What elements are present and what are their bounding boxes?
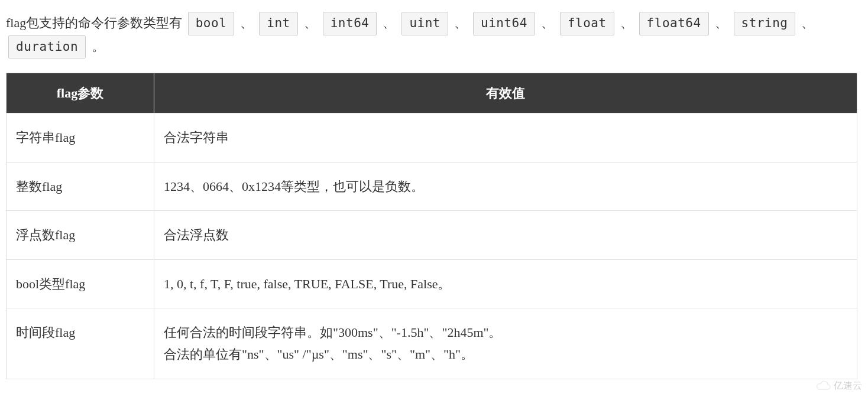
type-code-uint64: uint64: [473, 12, 535, 35]
cell-value: 1234、0664、0x1234等类型，也可以是负数。: [154, 162, 857, 210]
type-code-float: float: [560, 12, 614, 35]
intro-suffix: 。: [92, 39, 105, 54]
type-code-int: int: [259, 12, 297, 35]
type-code-uint: uint: [401, 12, 448, 35]
type-code-float64: float64: [639, 12, 709, 35]
table-row: 浮点数flag合法浮点数: [7, 211, 857, 259]
cell-param: 浮点数flag: [7, 211, 154, 259]
type-code-int64: int64: [323, 12, 377, 35]
table-row: 整数flag1234、0664、0x1234等类型，也可以是负数。: [7, 162, 857, 210]
type-separator: 、: [541, 15, 554, 30]
intro-prefix: flag包支持的命令行参数类型有: [6, 15, 182, 30]
type-separator: 、: [240, 15, 253, 30]
cloud-icon: [816, 380, 831, 391]
type-code-string: string: [734, 12, 796, 35]
type-separator: 、: [801, 15, 814, 30]
cell-value: 1, 0, t, f, T, F, true, false, TRUE, FAL…: [154, 259, 857, 308]
table-row: 字符串flag合法字符串: [7, 113, 857, 162]
cell-param: 时间段flag: [7, 308, 154, 379]
cell-param: 整数flag: [7, 162, 154, 210]
watermark-text: 亿速云: [834, 378, 862, 391]
type-separator: 、: [620, 15, 633, 30]
type-separator: 、: [454, 15, 467, 30]
table-row: bool类型flag1, 0, t, f, T, F, true, false,…: [7, 259, 857, 308]
type-separator: 、: [383, 15, 396, 30]
table-row: 时间段flag任何合法的时间段字符串。如"300ms"、"-1.5h"、"2h4…: [7, 308, 857, 379]
cell-value: 合法浮点数: [154, 211, 857, 259]
type-code-duration: duration: [8, 35, 86, 59]
table-header-param: flag参数: [7, 73, 154, 113]
type-code-bool: bool: [188, 12, 235, 35]
table-header-value: 有效值: [154, 73, 857, 113]
watermark: 亿速云: [816, 378, 862, 391]
intro-paragraph: flag包支持的命令行参数类型有 bool、int、int64、uint、uin…: [6, 12, 862, 58]
type-separator: 、: [715, 15, 728, 30]
cell-value: 合法字符串: [154, 113, 857, 162]
cell-param: 字符串flag: [7, 113, 154, 162]
cell-value: 任何合法的时间段字符串。如"300ms"、"-1.5h"、"2h45m"。合法的…: [154, 308, 857, 379]
cell-param: bool类型flag: [7, 259, 154, 308]
type-separator: 、: [304, 15, 317, 30]
flag-table: flag参数 有效值 字符串flag合法字符串整数flag1234、0664、0…: [6, 73, 857, 379]
